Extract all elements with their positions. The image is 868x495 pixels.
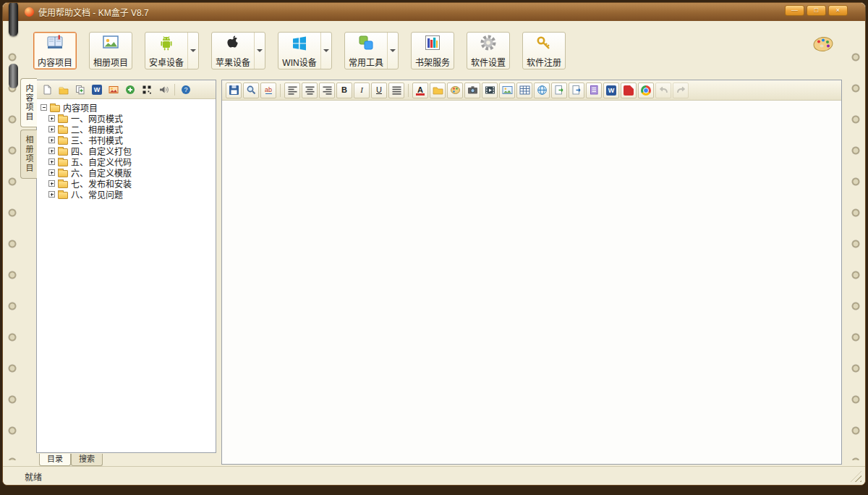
folder-icon — [58, 159, 68, 166]
word-import-icon[interactable]: W — [90, 82, 104, 97]
word-icon[interactable]: W — [603, 82, 619, 98]
align-right-icon[interactable] — [319, 82, 335, 98]
status-bar: 就绪 — [3, 466, 865, 485]
link-icon[interactable] — [534, 82, 550, 98]
font-color-icon[interactable]: A — [412, 82, 428, 98]
import-doc-icon[interactable] — [551, 82, 567, 98]
folder-icon — [50, 105, 60, 112]
apple-icon — [224, 34, 242, 54]
template-icon[interactable] — [586, 82, 602, 98]
chevron-down-icon — [190, 49, 196, 52]
chevron-down-icon — [257, 49, 263, 52]
svg-text:?: ? — [184, 86, 187, 93]
software-settings-button[interactable]: 软件设置 — [467, 32, 510, 69]
export-doc-icon[interactable] — [569, 82, 584, 98]
table-icon[interactable] — [516, 82, 532, 98]
side-tab-content-project[interactable]: 内容项目 — [20, 78, 37, 127]
software-register-button[interactable]: 软件注册 — [522, 32, 566, 69]
binder-holes-left — [7, 42, 17, 460]
app-icon — [25, 7, 34, 17]
tree-item[interactable]: 二、相册模式 — [48, 124, 212, 135]
browser-icon[interactable] — [638, 82, 654, 98]
pdf-icon[interactable] — [621, 82, 637, 98]
common-tools-button[interactable]: 常用工具 — [344, 32, 399, 69]
android-icon — [158, 34, 175, 54]
color-picker-icon[interactable] — [447, 82, 463, 98]
directory-toolbar: W ? — [37, 80, 216, 99]
tree-item[interactable]: 七、发布和安装 — [48, 178, 212, 189]
expand-icon[interactable] — [48, 169, 55, 176]
undo-icon[interactable] — [655, 82, 671, 98]
button-label: 安卓设备 — [149, 56, 184, 68]
align-center-icon[interactable] — [302, 82, 318, 98]
new-file-icon[interactable] — [40, 82, 54, 97]
justify-icon[interactable] — [388, 82, 404, 98]
image-import-icon[interactable] — [106, 82, 121, 97]
bookshelf-service-button[interactable]: 书架服务 — [411, 32, 454, 69]
photo-icon[interactable] — [464, 82, 480, 98]
save-icon[interactable] — [226, 82, 242, 98]
copy-icon[interactable] — [73, 82, 88, 97]
editor-content-area[interactable] — [222, 101, 841, 464]
album-project-button[interactable]: 相册项目 — [89, 32, 132, 69]
binder-holes-right — [851, 42, 861, 460]
align-left-icon[interactable] — [284, 82, 300, 98]
expand-icon[interactable] — [48, 115, 55, 122]
win-device-dropdown[interactable] — [320, 33, 331, 69]
minimize-button[interactable]: — — [785, 5, 804, 16]
side-tab-album-project[interactable]: 相册项目 — [20, 130, 37, 179]
expand-icon[interactable] — [48, 126, 55, 132]
expand-icon[interactable] — [48, 148, 55, 154]
button-label: 软件设置 — [471, 56, 506, 68]
help-icon[interactable]: ? — [179, 82, 193, 97]
resize-grip[interactable] — [851, 471, 861, 482]
qrcode-icon[interactable] — [140, 82, 154, 97]
svg-text:ab: ab — [265, 86, 272, 93]
apple-device-dropdown[interactable] — [254, 33, 265, 69]
tree-item[interactable]: 八、常见问题 — [48, 189, 212, 200]
collapse-icon[interactable] — [41, 104, 47, 111]
tree-root[interactable]: 内容项目 — [41, 102, 212, 113]
folder-icon[interactable] — [430, 82, 446, 98]
audio-icon[interactable] — [156, 82, 171, 97]
main-toolbar: 内容项目 相册项目 安卓设备 — [33, 28, 800, 74]
tab-search[interactable]: 搜索 — [71, 454, 103, 466]
theme-button[interactable] — [812, 35, 835, 56]
italic-icon[interactable]: I — [354, 82, 370, 98]
editor-panel: ab B I U A — [221, 80, 842, 465]
window-title: 使用帮助文档 - KM盒子 V8.7 — [38, 6, 149, 18]
folder-icon — [58, 138, 68, 145]
expand-icon[interactable] — [48, 191, 55, 198]
expand-icon[interactable] — [48, 158, 55, 165]
open-folder-icon[interactable] — [56, 82, 71, 97]
underline-icon[interactable]: U — [371, 82, 387, 98]
close-button[interactable]: × — [828, 5, 848, 16]
tab-directory[interactable]: 目录 — [39, 454, 71, 466]
maximize-button[interactable]: □ — [807, 5, 826, 16]
find-replace-icon[interactable]: ab — [260, 82, 276, 98]
common-tools-dropdown[interactable] — [387, 33, 398, 69]
apple-device-button[interactable]: 苹果设备 — [211, 32, 265, 69]
tree-item[interactable]: 一、网页模式 — [48, 113, 212, 124]
expand-icon[interactable] — [48, 180, 55, 187]
android-device-button[interactable]: 安卓设备 — [145, 32, 199, 69]
redo-icon[interactable] — [673, 82, 689, 98]
tree-item[interactable]: 五、自定义代码 — [48, 156, 212, 167]
bold-icon[interactable]: B — [336, 82, 352, 98]
video-icon[interactable] — [482, 82, 498, 98]
binder-pin-icon — [9, 64, 18, 88]
preview-icon[interactable] — [243, 82, 259, 98]
button-label: 相册项目 — [93, 56, 128, 68]
window-body: 使用帮助文档 - KM盒子 V8.7 — □ × 内容项目 — [2, 2, 866, 486]
folder-icon — [58, 148, 68, 156]
tree-item[interactable]: 六、自定义模版 — [48, 167, 212, 178]
add-node-icon[interactable] — [123, 82, 137, 97]
image-icon[interactable] — [499, 82, 515, 98]
tree-item[interactable]: 四、自定义打包 — [48, 145, 212, 156]
android-device-dropdown[interactable] — [187, 33, 198, 69]
content-project-button[interactable]: 内容项目 — [33, 32, 77, 69]
tree-item[interactable]: 三、书刊模式 — [48, 135, 212, 145]
status-text: 就绪 — [25, 470, 42, 483]
expand-icon[interactable] — [48, 137, 55, 143]
win-device-button[interactable]: WIN设备 — [278, 32, 332, 69]
